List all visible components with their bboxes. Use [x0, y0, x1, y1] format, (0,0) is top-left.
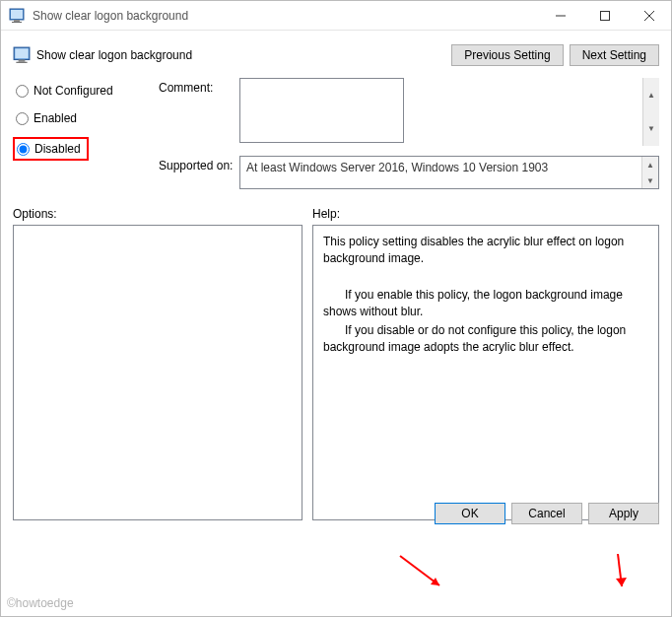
supported-spin-up[interactable]: ▲	[642, 157, 658, 172]
apply-button[interactable]: Apply	[588, 503, 659, 524]
radio-not-configured-label: Not Configured	[34, 84, 113, 98]
radio-disabled[interactable]: Disabled	[13, 137, 89, 161]
svg-rect-3	[12, 22, 22, 23]
svg-rect-5	[600, 11, 609, 20]
cancel-button[interactable]: Cancel	[511, 503, 582, 524]
app-icon	[9, 8, 25, 24]
comment-spin-down[interactable]: ▼	[643, 112, 659, 147]
ok-button[interactable]: OK	[435, 503, 505, 524]
window-title: Show clear logon background	[33, 9, 538, 23]
supported-on-text: At least Windows Server 2016, Windows 10…	[246, 161, 548, 174]
svg-line-14	[618, 554, 622, 586]
options-label: Options:	[13, 207, 302, 221]
policy-icon	[13, 46, 31, 64]
titlebar: Show clear logon background	[1, 1, 671, 31]
supported-spinner: ▲ ▼	[641, 157, 658, 188]
svg-line-12	[400, 556, 439, 585]
help-p1: This policy setting disables the acrylic…	[323, 234, 648, 267]
next-setting-button[interactable]: Next Setting	[570, 44, 659, 66]
radio-enabled[interactable]: Enabled	[13, 109, 151, 127]
svg-rect-10	[19, 60, 26, 62]
radio-not-configured-input[interactable]	[16, 85, 29, 98]
comment-input[interactable]	[239, 78, 404, 143]
close-button[interactable]	[627, 1, 671, 31]
state-radio-group: Not Configured Enabled Disabled	[13, 82, 151, 161]
help-panel: This policy setting disables the acrylic…	[312, 225, 659, 520]
svg-rect-1	[11, 10, 23, 19]
supported-label: Supported on:	[159, 156, 239, 189]
policy-header: Show clear logon background	[13, 46, 192, 64]
radio-enabled-label: Enabled	[34, 111, 77, 125]
svg-rect-9	[15, 48, 29, 58]
maximize-button[interactable]	[582, 1, 627, 31]
comment-spinner: ▲ ▼	[642, 78, 659, 146]
arrow-ok-icon	[395, 551, 454, 595]
svg-marker-15	[616, 578, 627, 586]
comment-spin-up[interactable]: ▲	[643, 78, 659, 112]
options-panel	[13, 225, 302, 520]
radio-disabled-input[interactable]	[17, 143, 30, 156]
radio-enabled-input[interactable]	[16, 112, 29, 125]
help-p2: If you enable this policy, the logon bac…	[323, 287, 648, 320]
svg-rect-2	[14, 20, 20, 22]
svg-marker-13	[431, 578, 439, 585]
supported-spin-down[interactable]: ▼	[642, 172, 658, 188]
supported-on-value: At least Windows Server 2016, Windows 10…	[239, 156, 659, 189]
policy-name: Show clear logon background	[36, 48, 192, 62]
radio-disabled-label: Disabled	[34, 142, 81, 156]
help-p3: If you disable or do not configure this …	[323, 322, 648, 356]
svg-rect-11	[16, 62, 27, 63]
comment-label: Comment:	[159, 78, 239, 146]
radio-not-configured[interactable]: Not Configured	[13, 82, 151, 100]
window-controls	[538, 1, 671, 31]
watermark: ©howtoedge	[7, 596, 74, 610]
arrow-apply-icon	[596, 549, 640, 598]
help-label: Help:	[312, 207, 659, 221]
minimize-button[interactable]	[538, 1, 582, 31]
previous-setting-button[interactable]: Previous Setting	[451, 44, 563, 66]
